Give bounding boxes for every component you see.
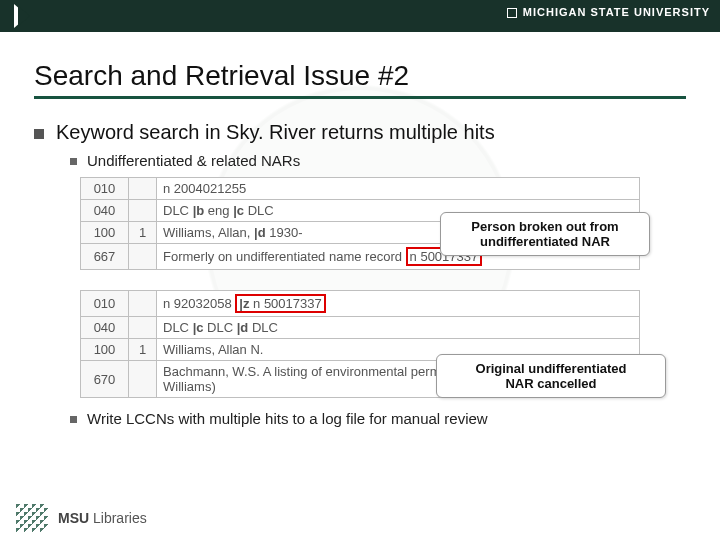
text: DLC: [252, 320, 278, 335]
marc-data: DLC |c DLC |d DLC: [157, 317, 640, 339]
callout-2: Original undifferentiated NAR cancelled: [436, 354, 666, 398]
marc-tag: 040: [81, 317, 129, 339]
subfield-d: |d: [237, 320, 252, 335]
callout-line: Person broken out from: [455, 219, 635, 234]
brand-text: MICHIGAN STATE UNIVERSITY: [523, 6, 710, 18]
footer-brand: MSU Libraries: [58, 510, 147, 526]
library-logo-icon: [16, 504, 48, 532]
text: DLC: [163, 203, 193, 218]
callout-line: Original undifferentiated: [451, 361, 651, 376]
table-row: 010 n 92032058 |z n 50017337: [81, 291, 640, 317]
text: Williams, Allan,: [163, 225, 254, 240]
marc-indicator: [129, 361, 157, 398]
marc-tag: 100: [81, 339, 129, 361]
footer-brand-rest: Libraries: [89, 510, 147, 526]
marc-tag: 040: [81, 200, 129, 222]
callout-line: undifferentiated NAR: [455, 234, 635, 249]
marc-indicator: [129, 244, 157, 270]
text: DLC: [207, 320, 237, 335]
marc-tag: 100: [81, 222, 129, 244]
table-row: 010 n 2004021255: [81, 178, 640, 200]
text: eng: [208, 203, 233, 218]
marc-tag: 010: [81, 178, 129, 200]
subfield-d: |d: [254, 225, 269, 240]
subfield-c: |c: [193, 320, 207, 335]
bullet-sub-text: Undifferentiated & related NARs: [87, 152, 300, 169]
text: 1930-: [269, 225, 302, 240]
callout-1: Person broken out from undifferentiated …: [440, 212, 650, 256]
bullet-sub-text: Write LCCNs with multiple hits to a log …: [87, 410, 488, 427]
footer-brand-strong: MSU: [58, 510, 89, 526]
marc-tag: 667: [81, 244, 129, 270]
highlight-box: |z n 50017337: [235, 294, 325, 313]
top-bar: MICHIGAN STATE UNIVERSITY: [0, 0, 720, 32]
marc-indicator: [129, 178, 157, 200]
subfield-b: |b: [193, 203, 208, 218]
title-divider: [34, 96, 686, 99]
text: DLC: [163, 320, 193, 335]
bullet-main-text: Keyword search in Sky. River returns mul…: [56, 121, 495, 144]
brand-mark: MICHIGAN STATE UNIVERSITY: [507, 6, 710, 18]
table-row: 040 DLC |c DLC |d DLC: [81, 317, 640, 339]
text: DLC: [248, 203, 274, 218]
marc-indicator: [129, 291, 157, 317]
bullet-square-icon: [34, 129, 44, 139]
text: n 92032058: [163, 296, 235, 311]
callout-line: NAR cancelled: [451, 376, 651, 391]
bullet-sub-1: Undifferentiated & related NARs: [70, 152, 686, 169]
bullet-square-icon: [70, 158, 77, 165]
footer: MSU Libraries: [16, 504, 147, 532]
subfield-c: |c: [233, 203, 247, 218]
marc-indicator: [129, 317, 157, 339]
slide-title: Search and Retrieval Issue #2: [34, 60, 686, 92]
chevron-icon-inner: [18, 6, 30, 26]
brand-square-icon: [507, 8, 517, 18]
subfield-z: |z: [239, 296, 253, 311]
text: n 50017337: [253, 296, 322, 311]
marc-tag: 010: [81, 291, 129, 317]
marc-indicator: 1: [129, 222, 157, 244]
marc-data: n 2004021255: [157, 178, 640, 200]
bullet-sub-2: Write LCCNs with multiple hits to a log …: [70, 410, 686, 427]
marc-indicator: [129, 200, 157, 222]
bullet-main: Keyword search in Sky. River returns mul…: [34, 121, 686, 144]
marc-indicator: 1: [129, 339, 157, 361]
bullet-square-icon: [70, 416, 77, 423]
marc-data: n 92032058 |z n 50017337: [157, 291, 640, 317]
text: Formerly on undifferentiated name record: [163, 249, 406, 264]
marc-tag: 670: [81, 361, 129, 398]
